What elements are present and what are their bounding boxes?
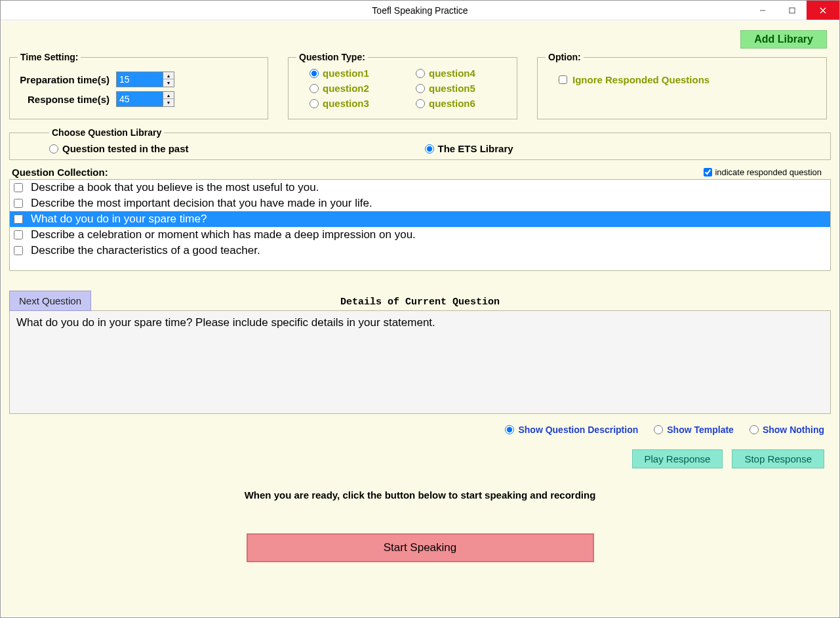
indicate-responded-checkbox[interactable]: [704, 168, 712, 176]
question-checkbox[interactable]: [14, 246, 23, 255]
question-checkbox[interactable]: [14, 230, 23, 239]
time-setting-legend: Time Setting:: [18, 52, 81, 62]
close-button[interactable]: [807, 1, 839, 20]
question2-label: question2: [323, 83, 369, 94]
question6-label: question6: [429, 98, 475, 109]
ets-library-label: The ETS Library: [438, 143, 513, 154]
question2-radio[interactable]: [310, 84, 319, 93]
resp-time-label: Response time(s): [18, 94, 116, 105]
maximize-button[interactable]: [777, 1, 807, 20]
window-title: Toefl Speaking Practice: [372, 5, 468, 16]
past-library-label: Question tested in the past: [62, 143, 189, 154]
resp-time-up[interactable]: ▲: [163, 92, 174, 99]
question-type-legend: Question Type:: [296, 52, 368, 62]
add-library-button[interactable]: Add Library: [740, 30, 827, 49]
list-item[interactable]: Describe a book that you believe is the …: [10, 180, 830, 196]
details-title: Details of Current Question: [9, 297, 831, 308]
ignore-responded-checkbox[interactable]: [559, 75, 567, 84]
titlebar: Toefl Speaking Practice: [1, 1, 839, 20]
show-description-label: Show Question Description: [518, 424, 638, 435]
list-item[interactable]: Describe the characteristics of a good t…: [10, 243, 830, 258]
indicate-responded-label: indicate responded question: [715, 167, 822, 177]
choose-library-group: Choose Question Library Question tested …: [9, 127, 831, 160]
question3-radio[interactable]: [310, 99, 319, 108]
prep-time-up[interactable]: ▲: [163, 72, 174, 79]
time-setting-group: Time Setting: Preparation time(s) ▲ ▼ Re…: [9, 52, 268, 119]
show-template-radio[interactable]: [654, 425, 663, 434]
show-template-label: Show Template: [667, 424, 734, 435]
question-checkbox[interactable]: [14, 199, 23, 208]
list-item[interactable]: What do you do in your spare time?: [10, 211, 830, 227]
show-nothing-radio[interactable]: [750, 425, 759, 434]
question6-radio[interactable]: [416, 99, 425, 108]
resp-time-down[interactable]: ▼: [163, 99, 174, 106]
past-library-radio[interactable]: [49, 144, 58, 154]
list-item[interactable]: Describe a celebration or moment which h…: [10, 227, 830, 243]
prep-time-input[interactable]: [116, 72, 163, 87]
question4-radio[interactable]: [416, 69, 425, 78]
question-type-group: Question Type: question1 question4 quest…: [288, 52, 517, 119]
start-speaking-button[interactable]: Start Speaking: [247, 533, 594, 562]
play-response-button[interactable]: Play Response: [632, 449, 723, 468]
question1-radio[interactable]: [310, 69, 319, 78]
prep-time-label: Preparation time(s): [18, 74, 116, 85]
resp-time-input[interactable]: [116, 91, 163, 107]
next-question-button[interactable]: Next Question: [9, 291, 91, 311]
stop-response-button[interactable]: Stop Response: [732, 449, 824, 468]
list-item[interactable]: Describe the most important decision tha…: [10, 196, 830, 211]
ready-text: When you are ready, click the button bel…: [9, 489, 831, 501]
question1-label: question1: [323, 68, 369, 79]
option-group: Option: Ignore Responded Questions: [537, 52, 827, 119]
question5-label: question5: [429, 83, 475, 94]
question5-radio[interactable]: [416, 84, 425, 93]
question3-label: question3: [323, 98, 369, 109]
svg-rect-1: [790, 8, 795, 13]
prep-time-down[interactable]: ▼: [163, 79, 174, 87]
question-collection-title: Question Collection:: [9, 167, 108, 178]
question-checkbox[interactable]: [14, 183, 23, 192]
details-box: What do you do in your spare time? Pleas…: [9, 310, 831, 414]
option-legend: Option:: [546, 52, 584, 62]
show-nothing-label: Show Nothing: [763, 424, 824, 435]
show-description-radio[interactable]: [505, 425, 514, 434]
minimize-button[interactable]: [748, 1, 777, 20]
ignore-responded-label: Ignore Responded Questions: [572, 74, 710, 85]
choose-library-legend: Choose Question Library: [49, 127, 164, 138]
ets-library-radio[interactable]: [425, 144, 434, 154]
question-list[interactable]: Describe a book that you believe is the …: [9, 179, 831, 271]
question-checkbox[interactable]: [14, 215, 23, 224]
question4-label: question4: [429, 68, 475, 79]
